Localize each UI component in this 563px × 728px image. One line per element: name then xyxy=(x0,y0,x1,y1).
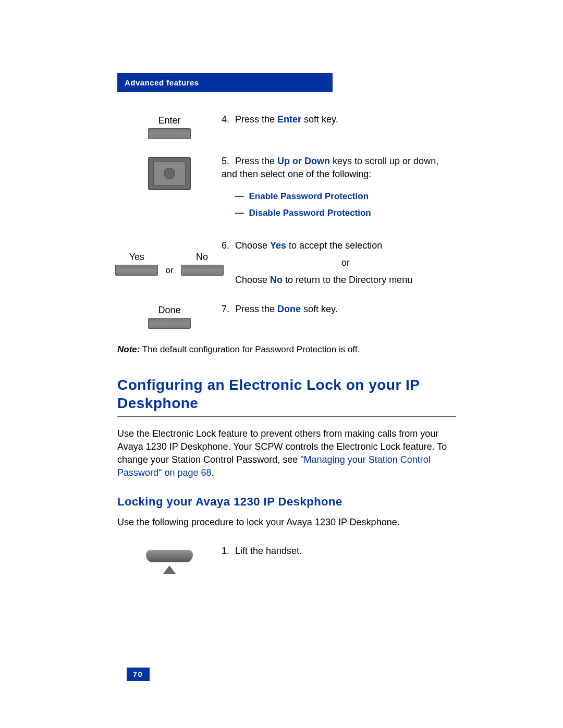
header-title: Advanced features xyxy=(125,78,199,87)
step-7-visual: Done xyxy=(117,303,222,329)
lock-step-1-text: 1.Lift the handset. xyxy=(222,545,456,571)
step-5-row: 5.Press the Up or Down keys to scroll up… xyxy=(117,155,456,224)
step-6-text: 6.Choose Yes to accept the selection or … xyxy=(222,239,456,287)
step-4-visual: Enter xyxy=(117,113,222,139)
step-6-row: Yes or No 6.Choose Yes to accept the sel… xyxy=(117,239,456,287)
softkey-icon xyxy=(148,128,191,139)
subsection-heading: Locking your Avaya 1230 IP Deskphone xyxy=(117,495,456,509)
step-7-text: 7.Press the Done soft key. xyxy=(222,303,456,329)
no-key-label: No xyxy=(196,252,208,263)
yes-bold: Yes xyxy=(270,240,286,251)
softkey-icon xyxy=(181,265,224,276)
navigation-key-icon xyxy=(148,157,191,190)
step-5-num: 5. xyxy=(222,155,235,168)
enable-password-option: — Enable Password Protection xyxy=(235,190,456,203)
section-heading: Configuring an Electronic Lock on your I… xyxy=(117,376,456,412)
note-text: Note: The default configuration for Pass… xyxy=(117,344,456,355)
step-5-text: 5.Press the Up or Down keys to scroll up… xyxy=(222,155,456,224)
no-bold: No xyxy=(270,275,283,285)
lock-step-1-row: 1.Lift the handset. xyxy=(117,545,456,571)
section-header: Advanced features xyxy=(117,73,333,92)
lock-step-1-visual xyxy=(117,545,222,571)
softkey-icon xyxy=(148,318,191,329)
yes-key-label: Yes xyxy=(129,252,144,263)
heading-divider xyxy=(117,416,456,417)
done-key-label: Done xyxy=(158,305,180,316)
handset-icon xyxy=(146,550,193,571)
section-body: Use the Electronic Lock feature to preve… xyxy=(117,427,456,480)
step-7-row: Done 7.Press the Done soft key. xyxy=(117,303,456,329)
step-6-visual: Yes or No xyxy=(117,239,222,287)
enter-key-label: Enter xyxy=(158,115,180,126)
or-label: or xyxy=(165,265,173,276)
step-5-visual xyxy=(117,155,222,224)
or-divider: or xyxy=(235,256,456,269)
enter-key-bold: Enter xyxy=(277,114,301,125)
done-key-bold: Done xyxy=(277,304,301,314)
step-4-num: 4. xyxy=(222,113,235,126)
page-number: 70 xyxy=(127,668,150,681)
step-4-text: 4.Press the Enter soft key. xyxy=(222,113,456,139)
step-4-row: Enter 4.Press the Enter soft key. xyxy=(117,113,456,139)
disable-password-option: — Disable Password Protection xyxy=(235,207,456,219)
softkey-icon xyxy=(115,265,158,276)
step-7-num: 7. xyxy=(222,303,235,316)
lock-step-1-num: 1. xyxy=(222,545,235,558)
updown-key-bold: Up or Down xyxy=(277,156,330,166)
note-label: Note: xyxy=(117,344,140,354)
subsection-text: Use the following procedure to lock your… xyxy=(117,516,456,529)
step-6-num: 6. xyxy=(222,239,235,252)
